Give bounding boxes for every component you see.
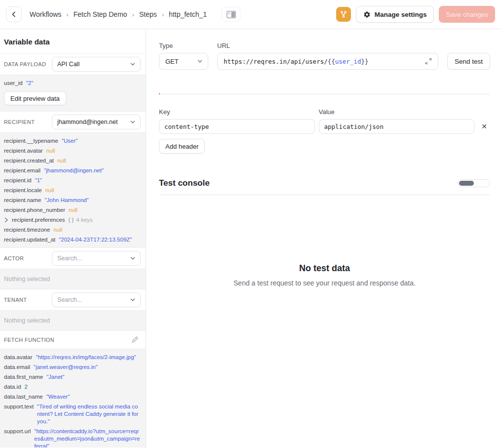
variable-key: data.id: [4, 383, 21, 391]
remove-header-button[interactable]: ✕: [478, 119, 490, 134]
data-payload-selected-value: API Call: [57, 61, 79, 68]
toggle-sidebar-button[interactable]: [222, 7, 240, 22]
variable-key: data.first_name: [4, 373, 43, 381]
header-row: Key Value ✕: [159, 108, 490, 134]
variable-key: recipient.email: [4, 167, 40, 174]
url-field: URL https://reqres.in/api/users/{{user_i…: [217, 42, 438, 70]
commit-status-badge[interactable]: [336, 7, 351, 22]
variable-row: data.email "janet.weaver@reqres.in": [0, 362, 146, 372]
request-config-row: Type GET URL https://reqres.in/api/users…: [159, 42, 490, 70]
variable-row: recipient.avatar null: [0, 146, 146, 156]
save-changes-button[interactable]: Save changes: [439, 6, 495, 23]
data-payload-select[interactable]: API Call: [52, 57, 141, 72]
data-payload-label: DATA PAYLOAD: [4, 61, 46, 67]
request-tab[interactable]: [159, 88, 160, 94]
header-key-field: Key: [159, 108, 315, 134]
url-label: URL: [217, 42, 438, 49]
variable-row: recipient.locale null: [0, 185, 146, 195]
variable-value: null: [53, 226, 62, 234]
variable-key: recipient.updated_at: [4, 236, 55, 244]
tenant-search-input[interactable]: [53, 296, 130, 303]
key-label: Key: [159, 108, 315, 116]
actor-label: ACTOR: [4, 255, 24, 261]
method-field: Type GET: [159, 42, 208, 70]
edit-preview-data-label: Edit preview data: [10, 95, 60, 102]
manage-settings-label: Manage settings: [375, 11, 427, 18]
send-test-button[interactable]: Send test: [447, 53, 490, 70]
header-value-input[interactable]: [319, 119, 475, 134]
variable-key: recipient.preferences: [12, 216, 65, 224]
actor-search-input[interactable]: [53, 255, 130, 262]
breadcrumb-item[interactable]: Workflows: [30, 10, 61, 18]
variable-key: recipient.__typename: [4, 137, 58, 145]
sidebar-layout-icon: [227, 11, 236, 18]
chevron-down-icon: [130, 61, 136, 67]
expand-url-editor-button[interactable]: [424, 57, 433, 66]
actor-empty-state: Nothing selected: [0, 269, 146, 289]
variable-value: null: [69, 206, 77, 214]
variable-row: recipient.phone_number null: [0, 205, 146, 215]
variable-row: recipient.name "John Hammond": [0, 195, 146, 205]
actor-search-select[interactable]: [52, 251, 141, 266]
breadcrumb-separator-icon: ›: [66, 11, 68, 18]
header-key-input[interactable]: [159, 119, 315, 134]
request-tab[interactable]: [173, 88, 174, 94]
manage-settings-button[interactable]: Manage settings: [356, 6, 434, 23]
variable-value: "2024-04-23T17:22:13.509Z": [59, 236, 132, 244]
breadcrumb-item[interactable]: Steps: [139, 10, 157, 18]
breadcrumb-item[interactable]: http_fetch_1: [169, 10, 207, 18]
variable-key: support.text: [4, 403, 34, 410]
variable-data-panel: Variable data DATA PAYLOAD API Call user…: [0, 29, 146, 448]
expand-chevron-icon[interactable]: [4, 217, 8, 223]
recipient-row: RECIPIENT jhammond@ingen.net: [0, 112, 146, 132]
header-actions: Manage settings Save changes: [336, 6, 495, 23]
variable-value: "Janet": [46, 373, 64, 381]
data-payload-preview: user_id "2" Edit preview data: [0, 75, 146, 112]
recipient-select[interactable]: jhammond@ingen.net: [52, 115, 141, 129]
variable-row: recipient.created_at null: [0, 156, 146, 165]
step-editor: Type GET URL https://reqres.in/api/users…: [146, 29, 501, 448]
toggle-segment[interactable]: [474, 181, 489, 186]
edit-fetch-function-button[interactable]: [129, 334, 141, 346]
fetch-function-label: FETCH FUNCTION: [4, 337, 54, 343]
variable-value: "https://contentcaddy.io?utm_source=reqr…: [34, 428, 141, 448]
breadcrumb-item[interactable]: Fetch Step Demo: [74, 10, 127, 18]
send-test-label: Send test: [455, 58, 483, 65]
close-icon: ✕: [481, 122, 487, 130]
divider: [159, 195, 490, 195]
method-selected-value: GET: [165, 58, 179, 65]
variable-value: "User": [62, 137, 77, 145]
request-tabs: [159, 88, 490, 94]
variable-row: recipient.__typename "User": [0, 136, 146, 146]
toggle-segment[interactable]: [459, 181, 474, 186]
recipient-selected-value: jhammond@ingen.net: [57, 119, 118, 125]
tenant-search-select[interactable]: [52, 292, 141, 307]
chevron-down-icon: [130, 297, 136, 303]
tenant-empty-state: Nothing selected: [0, 310, 146, 331]
top-bar: Workflows › Fetch Step Demo › Steps › ht…: [0, 0, 501, 29]
add-header-button[interactable]: Add header: [159, 139, 205, 154]
variable-key: user_id: [4, 80, 23, 87]
variable-row: recipient.id "1": [0, 175, 146, 185]
variable-value: "2": [26, 80, 34, 87]
variable-key: support.url: [4, 428, 31, 435]
breadcrumb-separator-icon: ›: [132, 11, 134, 18]
method-select[interactable]: GET: [159, 53, 208, 70]
back-button[interactable]: [6, 6, 22, 22]
variable-row: recipient.updated_at "2024-04-23T17:22:1…: [0, 235, 146, 244]
variable-key: data.email: [4, 364, 30, 371]
variable-row: user_id "2": [0, 78, 146, 88]
chevron-down-icon: [197, 58, 203, 64]
variable-value: null: [46, 147, 55, 155]
variable-value: 2: [25, 383, 28, 391]
edit-preview-data-button[interactable]: Edit preview data: [4, 91, 66, 105]
url-input[interactable]: https://reqres.in/api/users/{{user_id}}: [217, 53, 438, 70]
variable-value: "Weaver": [46, 393, 70, 401]
variable-value: "Tired of writing endless social media c…: [37, 403, 141, 425]
request-response-toggle: [458, 179, 490, 187]
test-console-header: Test console: [159, 178, 490, 188]
tenant-row: TENANT: [0, 289, 146, 310]
variable-value: "1": [35, 177, 42, 184]
request-tab[interactable]: [187, 88, 188, 94]
variable-key: recipient.id: [4, 177, 32, 184]
